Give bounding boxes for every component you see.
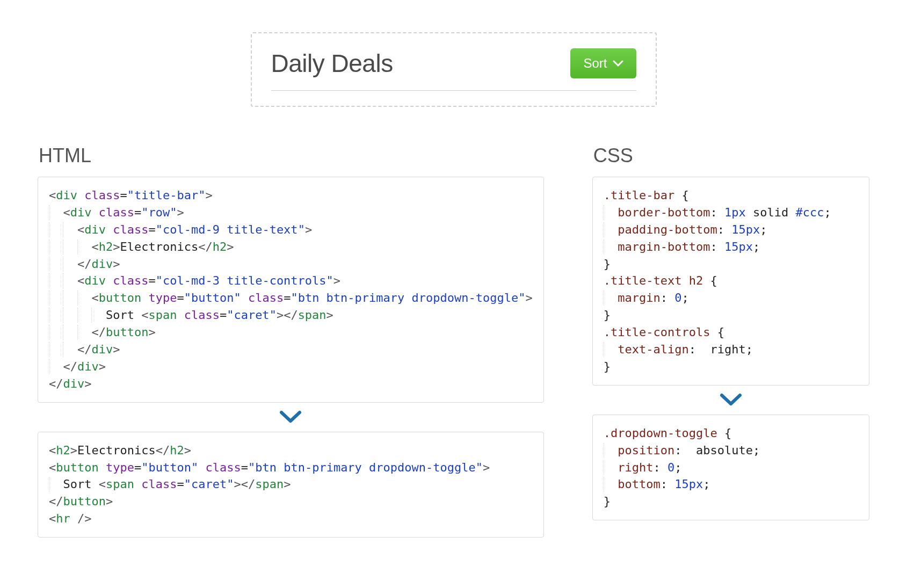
- preview-dashed-box: Daily Deals Sort: [251, 32, 657, 107]
- preview-box: Daily Deals Sort: [38, 32, 869, 107]
- chevron-down-icon: [613, 60, 623, 67]
- preview-heading: Daily Deals: [271, 49, 393, 78]
- css-top-panel: .title-bar { border-bottom: 1px solid #c…: [592, 177, 869, 386]
- html-column: HTML <div class="title-bar"> <div class=…: [38, 144, 544, 538]
- css-heading: CSS: [593, 144, 869, 167]
- css-bottom-code: .dropdown-toggle { position: absolute; r…: [604, 425, 858, 510]
- html-bottom-code: <h2>Electronics</h2> <button type="butto…: [49, 442, 533, 527]
- css-bottom-panel: .dropdown-toggle { position: absolute; r…: [592, 415, 869, 520]
- css-column: CSS .title-bar { border-bottom: 1px soli…: [592, 144, 869, 538]
- sort-button[interactable]: Sort: [570, 48, 636, 78]
- html-heading: HTML: [39, 144, 544, 167]
- sort-button-label: Sort: [583, 56, 607, 71]
- chevron-down-icon: [38, 403, 544, 432]
- chevron-down-icon: [592, 386, 869, 415]
- html-bottom-panel: <h2>Electronics</h2> <button type="butto…: [38, 432, 544, 538]
- css-top-code: .title-bar { border-bottom: 1px solid #c…: [604, 187, 858, 375]
- title-bar-preview: Daily Deals Sort: [271, 48, 636, 91]
- html-top-code: <div class="title-bar"> <div class="row"…: [49, 187, 533, 393]
- html-top-panel: <div class="title-bar"> <div class="row"…: [38, 177, 544, 403]
